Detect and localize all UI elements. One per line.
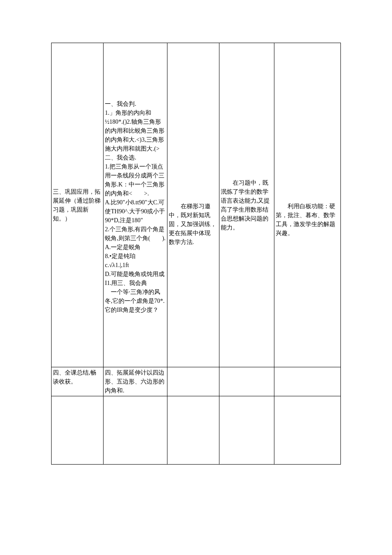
cell-empty [167,367,219,396]
spacer [276,44,339,202]
spacer [169,44,218,202]
cell-section-3-objective: 在习题中，既泯炼了学生的数学语言表达能力,又提高了学生用数形结合思想解决问题的能… [219,43,274,367]
text: 在梯形习邀中，既对新知巩固，又加强训练，更在拓展中体现 [169,202,218,238]
cell-section-3-tools: 利用白板功能：硬第，批注、暮布、数学工具，激发学生的解题兴趣。 [274,43,340,367]
cell-empty [219,367,274,396]
cell-empty [167,396,219,465]
cell-section-3-title: 三、巩固应用，拓展延伸（通过阶梯习题，巩固新知。） [52,43,104,367]
cell-section-3-method: 在梯形习邀中，既对新知巩固，又加强训练，更在拓展中体现 数学方法. [167,43,219,367]
text: 在习题中，既泯炼了学生的数学语言表达能力,又提高了学生用数形结合思想解决问题的能… [221,178,273,232]
text: 数学方法. [169,238,218,247]
cell-empty [104,396,167,465]
text: 四、拓展延伸计以四边形、五边形、六边形的内角和. [105,368,165,395]
cell-empty [274,396,340,465]
text: 一、我会判. 1.」角形的内向和½180*.()2.轴角三角形的内用和比蜕角三角… [105,99,165,314]
spacer [105,44,165,99]
text: 四、全课总结,畅谈收获。 [53,368,102,395]
cell-section-4-content: 四、拓展延伸计以四边形、五边形、六边形的内角和. [104,367,167,396]
cell-empty [52,396,104,465]
cell-empty [274,367,340,396]
cell-section-4-title: 四、全课总结,畅谈收获。 [52,367,104,396]
cell-empty [219,396,274,465]
document-page: 三、巩固应用，拓展延伸（通过阶梯习题，巩固新知。） 一、我会判. 1.」角形的内… [0,0,392,516]
table-row: 三、巩固应用，拓展延伸（通过阶梯习题，巩固新知。） 一、我会判. 1.」角形的内… [52,43,341,367]
table-row: 四、全课总结,畅谈收获。 四、拓展延伸计以四边形、五边形、六边形的内角和. [52,367,341,396]
cell-section-3-content: 一、我会判. 1.」角形的内向和½180*.()2.轴角三角形的内用和比蜕角三角… [104,43,167,367]
text: 三、巩固应用，拓展延伸（通过阶梯习题，巩固新知。） [53,187,102,223]
table-row [52,396,341,465]
text: 利用白板功能：硬第，批注、暮布、数学工具，激发学生的解题兴趣。 [276,202,339,238]
lesson-plan-table: 三、巩固应用，拓展延伸（通过阶梯习题，巩固新知。） 一、我会判. 1.」角形的内… [51,43,341,465]
